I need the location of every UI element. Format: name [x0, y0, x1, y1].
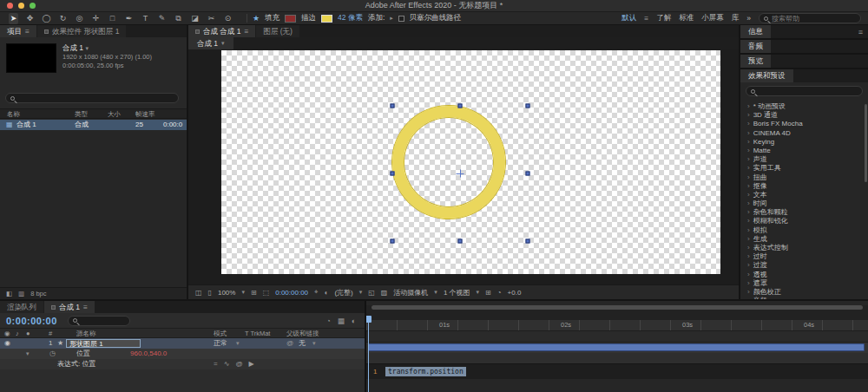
grid-guides-icon[interactable]: ⊞: [251, 289, 257, 297]
region-of-interest-icon[interactable]: ◱: [368, 289, 375, 297]
add-flyout-icon[interactable]: ▸: [390, 15, 393, 22]
anchor-point[interactable]: [457, 170, 464, 178]
effects-category[interactable]: Boris FX Mocha: [740, 120, 868, 128]
tab-info[interactable]: 信息: [740, 25, 771, 38]
camera-tool-button[interactable]: ◎: [75, 13, 84, 24]
selection-handle[interactable]: [391, 239, 395, 244]
time-navigator[interactable]: [372, 305, 863, 310]
bezier-path-label[interactable]: 贝塞尔曲线路径: [410, 13, 462, 23]
selection-handle[interactable]: [526, 172, 530, 176]
selection-handle[interactable]: [458, 104, 463, 108]
close-window-button[interactable]: [7, 3, 13, 9]
effects-category[interactable]: 表达式控制: [740, 244, 868, 252]
twirl-icon[interactable]: ▾: [26, 349, 30, 359]
panel-menu-icon[interactable]: ≡: [858, 28, 863, 36]
scrollbar[interactable]: [865, 104, 867, 182]
fast-previews-icon[interactable]: ◔: [497, 289, 502, 297]
selection-tool-button[interactable]: ➤: [9, 13, 18, 24]
pen-tool-button[interactable]: ✒: [124, 13, 134, 24]
effects-category[interactable]: Keying: [740, 138, 868, 147]
tab-effect-controls[interactable]: 效果控件 形状图层 1: [37, 25, 126, 37]
mask-visibility-icon[interactable]: ⬚: [263, 289, 270, 297]
project-row-comp1[interactable]: ▦ 合成 1 合成 25 0:00:0: [0, 120, 187, 130]
position-property-label[interactable]: 位置: [76, 349, 90, 359]
selection-handle[interactable]: [391, 172, 395, 176]
workspace-standard[interactable]: 标准: [679, 13, 694, 23]
workspace-libraries[interactable]: 库: [732, 13, 740, 23]
effects-category[interactable]: 透视: [740, 271, 868, 279]
stroke-color-swatch[interactable]: [321, 15, 332, 23]
snapshot-icon[interactable]: ⌖: [314, 288, 319, 297]
interpret-footage-icon[interactable]: ◧: [6, 290, 12, 297]
pixel-aspect-icon[interactable]: ⊞: [485, 289, 491, 297]
current-time-indicator[interactable]: [368, 316, 369, 392]
fullscreen-window-button[interactable]: [30, 3, 36, 9]
effects-category[interactable]: 模拟: [740, 226, 868, 235]
effects-category[interactable]: 声道: [740, 155, 868, 164]
effects-category[interactable]: 抠像: [740, 182, 868, 191]
eraser-tool-button[interactable]: ◪: [190, 13, 200, 24]
project-bit-depth[interactable]: 8 bpc: [30, 290, 46, 297]
rotation-tool-button[interactable]: ↻: [58, 13, 68, 24]
expression-row[interactable]: 表达式: 位置 = ∿ @ ▶: [0, 359, 365, 369]
show-channels-icon[interactable]: ◐: [325, 289, 329, 297]
expression-code[interactable]: transform.position: [385, 367, 466, 376]
bezier-path-checkbox[interactable]: [398, 16, 404, 22]
tab-audio[interactable]: 音频: [740, 40, 771, 53]
column-framerate[interactable]: 帧速率: [135, 109, 155, 120]
camera-select[interactable]: 活动摄像机: [393, 288, 428, 297]
effects-category[interactable]: 文本: [740, 191, 868, 199]
layer-name-field[interactable]: 形状图层 1: [66, 339, 141, 348]
expression-pickwhip-icon[interactable]: @: [235, 359, 242, 369]
selection-handle[interactable]: [391, 104, 395, 108]
current-time-display[interactable]: 0:00:00:00: [6, 316, 57, 326]
workspace-menu-icon[interactable]: ≡: [644, 14, 648, 23]
shape-tool-button[interactable]: □: [108, 13, 117, 24]
expression-editor[interactable]: 1 transform.position: [366, 363, 868, 379]
tab-preview[interactable]: 预览: [740, 55, 771, 68]
expression-enable-icon[interactable]: =: [214, 359, 218, 369]
effects-category[interactable]: 3D 通道: [740, 111, 868, 120]
effects-category[interactable]: 遮罩: [740, 279, 868, 288]
panel-menu-icon[interactable]: ≡: [83, 301, 88, 313]
expression-graph-icon[interactable]: ∿: [224, 359, 230, 369]
motion-blur-icon[interactable]: ◐: [352, 317, 356, 325]
zoom-tool-button[interactable]: ◯: [42, 13, 51, 24]
column-type[interactable]: 类型: [75, 109, 88, 120]
effects-category[interactable]: CINEMA 4D: [740, 129, 868, 138]
blend-mode-select[interactable]: 正常: [214, 338, 227, 349]
chevron-down-icon[interactable]: ▾: [85, 45, 89, 51]
resolution-select[interactable]: (完整): [334, 288, 352, 297]
effects-category[interactable]: 时间: [740, 199, 868, 208]
effects-category[interactable]: 模糊和锐化: [740, 217, 868, 225]
roto-brush-tool-button[interactable]: ✂: [207, 13, 216, 24]
fill-color-swatch[interactable]: [285, 15, 296, 23]
selection-handle[interactable]: [526, 239, 530, 244]
stroke-width-value[interactable]: 42 像素: [338, 13, 363, 23]
expression-language-menu-icon[interactable]: ▶: [249, 359, 254, 369]
layer-visibility-toggle[interactable]: ◉: [4, 338, 10, 349]
tab-render-queue[interactable]: 渲染队列: [0, 301, 43, 313]
magnification-select[interactable]: 100%: [218, 289, 235, 297]
workspace-overflow-button[interactable]: »: [746, 14, 751, 23]
effects-search-input[interactable]: [746, 86, 863, 96]
workspace-default[interactable]: 默认: [621, 13, 636, 23]
tab-timeline-comp1[interactable]: 合成 1 ≡: [44, 301, 95, 313]
fill-label[interactable]: 填充: [265, 13, 279, 23]
layer-duration-bar[interactable]: [368, 343, 865, 351]
effects-category[interactable]: 杂色和颗粒: [740, 208, 868, 217]
puppet-tool-button[interactable]: ⊙: [223, 13, 233, 24]
time-ruler[interactable]: 01s 02s 03s 04s: [366, 320, 868, 331]
viewer-timecode[interactable]: 0:00:00:00: [275, 289, 308, 297]
timeline-search-input[interactable]: [68, 316, 130, 326]
effects-category[interactable]: 颜色校正: [740, 288, 868, 297]
effects-category[interactable]: 过时: [740, 252, 868, 261]
help-search-input[interactable]: 搜索帮助: [759, 13, 861, 23]
always-preview-icon[interactable]: ◫: [195, 289, 202, 297]
effects-category[interactable]: 实用工具: [740, 164, 868, 173]
exposure-value[interactable]: +0.0: [508, 289, 522, 297]
effects-category[interactable]: 过渡: [740, 261, 868, 270]
mini-flowchart-icon[interactable]: ◔: [326, 317, 331, 325]
hand-tool-button[interactable]: ✥: [25, 13, 35, 24]
position-property-row[interactable]: ▾ ◷ 位置 960.0,540.0: [0, 349, 365, 359]
